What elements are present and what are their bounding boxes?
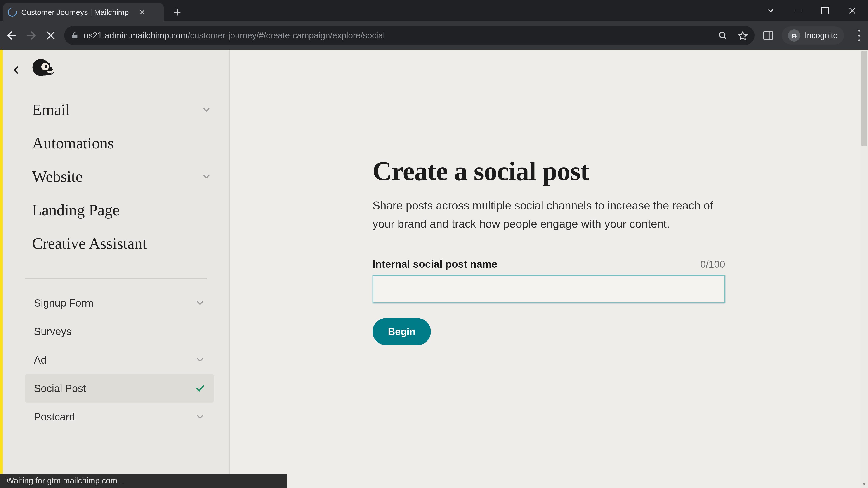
scrollbar[interactable]: ▾ <box>860 50 868 488</box>
sidebar-back-button[interactable] <box>12 66 21 74</box>
sidebar-item-label: Signup Form <box>34 297 93 309</box>
bookmark-star-icon[interactable] <box>738 31 748 40</box>
loading-spinner-icon <box>6 6 19 19</box>
check-icon <box>195 383 205 393</box>
chevron-down-icon <box>202 172 211 182</box>
search-icon[interactable] <box>718 31 728 40</box>
page-heading: Create a social post <box>373 156 725 187</box>
browser-tab[interactable]: Customer Journeys | Mailchimp <box>3 3 164 21</box>
chevron-down-icon <box>195 298 205 308</box>
sidebar-item-email[interactable]: Email <box>32 93 211 127</box>
sidebar-item-label: Website <box>32 168 83 186</box>
sidebar-item-label: Ad <box>34 354 46 366</box>
svg-line-5 <box>724 37 726 39</box>
url-path: /customer-journey/#/create-campaign/expl… <box>188 31 385 40</box>
browser-titlebar: Customer Journeys | Mailchimp <box>0 0 868 21</box>
new-tab-button[interactable] <box>170 5 184 19</box>
side-panel-icon[interactable] <box>762 30 774 41</box>
sidebar-item-label: Surveys <box>34 325 71 337</box>
mailchimp-logo-icon[interactable] <box>31 57 58 84</box>
status-bar: Waiting for gtm.mailchimp.com... <box>0 474 287 488</box>
sidebar-item-surveys[interactable]: Surveys <box>25 317 214 346</box>
url-host: us21.admin.mailchimp.com <box>84 31 188 40</box>
nav-stop-button[interactable] <box>45 30 57 41</box>
sidebar-item-landing-page[interactable]: Landing Page <box>32 193 211 227</box>
sidebar-item-social-post[interactable]: Social Post <box>25 374 214 402</box>
chevron-down-icon <box>202 105 211 115</box>
lock-icon[interactable] <box>71 32 79 39</box>
browser-toolbar: us21.admin.mailchimp.com/customer-journe… <box>0 21 868 50</box>
chevron-down-icon <box>195 412 205 422</box>
window-maximize-button[interactable] <box>820 6 830 15</box>
svg-point-9 <box>792 35 794 38</box>
sidebar-item-label: Email <box>32 101 70 119</box>
svg-rect-11 <box>794 36 794 37</box>
sidebar-item-label: Landing Page <box>32 201 120 219</box>
sidebar-header <box>3 50 229 90</box>
sidebar-item-creative-assistant[interactable]: Creative Assistant <box>32 227 211 260</box>
sidebar-secondary-nav: Signup FormSurveysAdSocial PostPostcard <box>3 289 229 431</box>
sidebar-item-postcard[interactable]: Postcard <box>25 402 214 431</box>
address-bar[interactable]: us21.admin.mailchimp.com/customer-journe… <box>64 26 754 45</box>
nav-forward-button[interactable] <box>25 30 37 41</box>
page-description: Share posts across multiple social chann… <box>373 197 725 233</box>
brand-accent-bar <box>0 50 3 488</box>
window-close-button[interactable] <box>848 6 857 15</box>
scrollbar-thumb[interactable] <box>861 51 867 146</box>
sidebar-item-ad[interactable]: Ad <box>25 346 214 374</box>
begin-button[interactable]: Begin <box>373 318 431 345</box>
sidebar-divider <box>25 278 207 279</box>
sidebar-item-label: Postcard <box>34 411 75 423</box>
svg-point-10 <box>794 35 797 38</box>
char-count: 0/100 <box>700 259 725 270</box>
incognito-label: Incognito <box>805 31 838 40</box>
sidebar-item-label: Social Post <box>34 382 86 394</box>
window-controls <box>766 0 868 21</box>
svg-marker-6 <box>739 32 747 39</box>
page-viewport: EmailAutomationsWebsiteLanding PageCreat… <box>0 50 868 488</box>
window-minimize-button[interactable] <box>794 6 802 15</box>
sidebar-item-label: Creative Assistant <box>32 234 147 253</box>
nav-back-button[interactable] <box>6 30 18 41</box>
svg-point-14 <box>45 65 47 68</box>
main-content: Create a social post Share posts across … <box>230 50 868 488</box>
chevron-down-icon <box>195 355 205 365</box>
incognito-icon <box>788 29 800 41</box>
incognito-indicator[interactable]: Incognito <box>782 26 844 44</box>
sidebar-item-signup-form[interactable]: Signup Form <box>25 289 214 317</box>
input-label: Internal social post name <box>373 258 497 270</box>
sidebar-item-automations[interactable]: Automations <box>32 127 211 160</box>
sidebar-item-website[interactable]: Website <box>32 160 211 193</box>
svg-rect-7 <box>764 32 772 39</box>
url-text: us21.admin.mailchimp.com/customer-journe… <box>84 31 385 40</box>
svg-point-4 <box>719 32 725 37</box>
tabs-dropdown-icon[interactable] <box>766 6 775 15</box>
close-tab-icon[interactable] <box>138 8 147 17</box>
sidebar: EmailAutomationsWebsiteLanding PageCreat… <box>3 50 230 488</box>
sidebar-primary-nav: EmailAutomationsWebsiteLanding PageCreat… <box>3 90 229 269</box>
sidebar-item-label: Automations <box>32 134 114 152</box>
browser-menu-button[interactable] <box>856 30 862 41</box>
social-post-name-input[interactable] <box>373 275 725 303</box>
tab-title: Customer Journeys | Mailchimp <box>21 8 129 17</box>
scrollbar-down-arrow[interactable]: ▾ <box>860 481 868 488</box>
